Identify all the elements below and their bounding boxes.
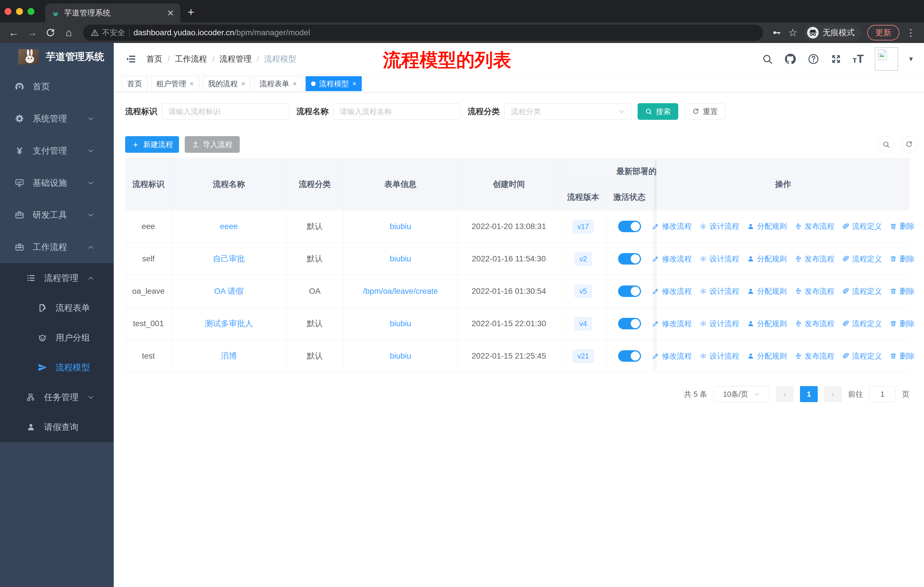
action-分配规则[interactable]: 分配规则 (747, 351, 787, 361)
page-number-1[interactable]: 1 (800, 386, 818, 402)
close-window-button[interactable] (5, 8, 12, 15)
action-发布流程[interactable]: 发布流程 (794, 319, 834, 329)
action-发布流程[interactable]: 发布流程 (794, 351, 834, 361)
breadcrumb-item-流程管理[interactable]: 流程管理 (220, 54, 252, 64)
sidebar-item-研发工具[interactable]: 研发工具 (0, 199, 114, 231)
action-发布流程[interactable]: 发布流程 (794, 221, 834, 231)
browser-tab[interactable]: 芋道管理系统 ✕ (45, 3, 180, 22)
tag-租户管理[interactable]: 租户管理× (151, 76, 199, 91)
action-设计流程[interactable]: 设计流程 (699, 319, 739, 329)
sidebar-item-首页[interactable]: 首页 (0, 71, 114, 103)
action-分配规则[interactable]: 分配规则 (747, 254, 787, 264)
process-name-link[interactable]: 滔博 (221, 351, 237, 361)
version-badge[interactable]: v5 (574, 284, 592, 298)
home-icon[interactable]: ⌂ (61, 25, 77, 41)
sidebar-item-系统管理[interactable]: 系统管理 (0, 103, 114, 135)
search-icon[interactable] (762, 53, 773, 65)
tag-close-icon[interactable]: × (241, 80, 245, 88)
action-删除[interactable]: 删除 (889, 221, 914, 231)
next-page-button[interactable]: › (824, 386, 842, 402)
tag-close-icon[interactable]: × (352, 80, 356, 88)
goto-page-input[interactable] (869, 386, 896, 402)
page-size-select[interactable]: 10条/页 (713, 386, 770, 402)
active-toggle[interactable] (618, 253, 641, 265)
form-info-link[interactable]: /bpm/oa/leave/create (363, 287, 438, 296)
font-size-icon[interactable]: тT (853, 53, 864, 65)
process-name-link[interactable]: 测试多审批人 (205, 318, 253, 329)
avatar-caret-icon[interactable]: ▾ (909, 55, 913, 63)
table-search-toggle-button[interactable] (878, 136, 894, 153)
import-process-button[interactable]: 导入流程 (185, 136, 240, 153)
action-删除[interactable]: 删除 (889, 319, 914, 329)
version-badge[interactable]: v17 (573, 220, 594, 233)
process-id-input[interactable] (162, 103, 289, 120)
action-流程定义[interactable]: 流程定义 (842, 319, 882, 329)
minimize-window-button[interactable] (16, 8, 23, 15)
bookmark-star-icon[interactable]: ☆ (788, 26, 797, 39)
form-info-link[interactable]: biubiu (390, 222, 411, 231)
new-tab-button[interactable]: + (188, 6, 194, 18)
action-分配规则[interactable]: 分配规则 (747, 221, 787, 231)
create-process-button[interactable]: ＋ 新建流程 (125, 136, 179, 153)
tag-close-icon[interactable]: × (190, 80, 194, 88)
action-发布流程[interactable]: 发布流程 (794, 254, 834, 264)
sidebar-item-支付管理[interactable]: ¥支付管理 (0, 135, 114, 167)
form-info-link[interactable]: biubiu (390, 254, 411, 263)
sidebar-item-流程表单[interactable]: 流程表单 (0, 293, 114, 323)
active-toggle[interactable] (618, 221, 641, 232)
action-修改流程[interactable]: 修改流程 (652, 319, 692, 329)
action-流程定义[interactable]: 流程定义 (842, 286, 882, 296)
security-indicator[interactable]: 不安全 (91, 28, 125, 38)
action-分配规则[interactable]: 分配规则 (747, 286, 787, 296)
tab-close-icon[interactable]: ✕ (167, 8, 174, 18)
sidebar-item-流程管理[interactable]: 流程管理 (0, 263, 114, 293)
reload-icon[interactable] (42, 25, 58, 41)
browser-menu-icon[interactable]: ⋮ (906, 28, 916, 37)
address-bar[interactable]: 不安全 dashboard.yudao.iocoder.cn/bpm/manag… (83, 25, 763, 41)
github-icon[interactable] (784, 53, 797, 65)
update-button[interactable]: 更新 (867, 25, 899, 40)
tag-close-icon[interactable]: × (293, 80, 297, 88)
sidebar-item-工作流程[interactable]: 工作流程 (0, 231, 114, 263)
active-toggle[interactable] (618, 286, 641, 297)
tag-流程表单[interactable]: 流程表单× (254, 76, 302, 91)
back-icon[interactable]: ← (6, 25, 22, 41)
process-name-link[interactable]: OA 请假 (214, 286, 244, 297)
process-category-select[interactable]: 流程分类 (504, 103, 632, 120)
tag-我的流程[interactable]: 我的流程× (203, 76, 251, 91)
action-删除[interactable]: 删除 (889, 286, 914, 296)
active-toggle[interactable] (618, 350, 641, 362)
action-设计流程[interactable]: 设计流程 (699, 254, 739, 264)
process-name-link[interactable]: 自己审批 (213, 253, 245, 264)
process-name-input[interactable] (333, 103, 460, 120)
action-设计流程[interactable]: 设计流程 (699, 351, 739, 361)
version-badge[interactable]: v4 (574, 317, 592, 331)
tag-流程模型[interactable]: 流程模型× (305, 76, 362, 91)
sidebar-collapse-icon[interactable] (125, 53, 137, 65)
window-controls[interactable] (5, 8, 35, 15)
action-流程定义[interactable]: 流程定义 (842, 221, 882, 231)
breadcrumb-item-首页[interactable]: 首页 (146, 54, 162, 64)
action-修改流程[interactable]: 修改流程 (652, 221, 692, 231)
sidebar-logo[interactable]: 芋道管理系统 (0, 43, 114, 71)
form-info-link[interactable]: biubiu (390, 319, 411, 328)
version-badge[interactable]: v2 (574, 252, 592, 266)
breadcrumb-item-工作流程[interactable]: 工作流程 (175, 54, 207, 64)
sidebar-item-请假查询[interactable]: 请假查询 (0, 412, 114, 442)
sidebar-item-流程模型[interactable]: 流程模型 (0, 352, 114, 382)
version-badge[interactable]: v21 (573, 349, 594, 363)
tag-首页[interactable]: 首页 (122, 76, 147, 91)
password-key-icon[interactable] (772, 28, 781, 38)
sidebar-item-任务管理[interactable]: 任务管理 (0, 382, 114, 412)
prev-page-button[interactable]: ‹ (776, 386, 794, 402)
action-修改流程[interactable]: 修改流程 (652, 254, 692, 264)
reset-button[interactable]: 重置 (685, 103, 725, 120)
process-name-link[interactable]: eeee (220, 222, 238, 231)
action-分配规则[interactable]: 分配规则 (747, 319, 787, 329)
sidebar-item-用户分组[interactable]: 用户分组 (0, 323, 114, 352)
table-refresh-button[interactable] (901, 136, 917, 153)
action-流程定义[interactable]: 流程定义 (842, 254, 882, 264)
fullscreen-icon[interactable] (830, 53, 842, 65)
avatar[interactable] (875, 47, 898, 71)
action-流程定义[interactable]: 流程定义 (842, 351, 882, 361)
